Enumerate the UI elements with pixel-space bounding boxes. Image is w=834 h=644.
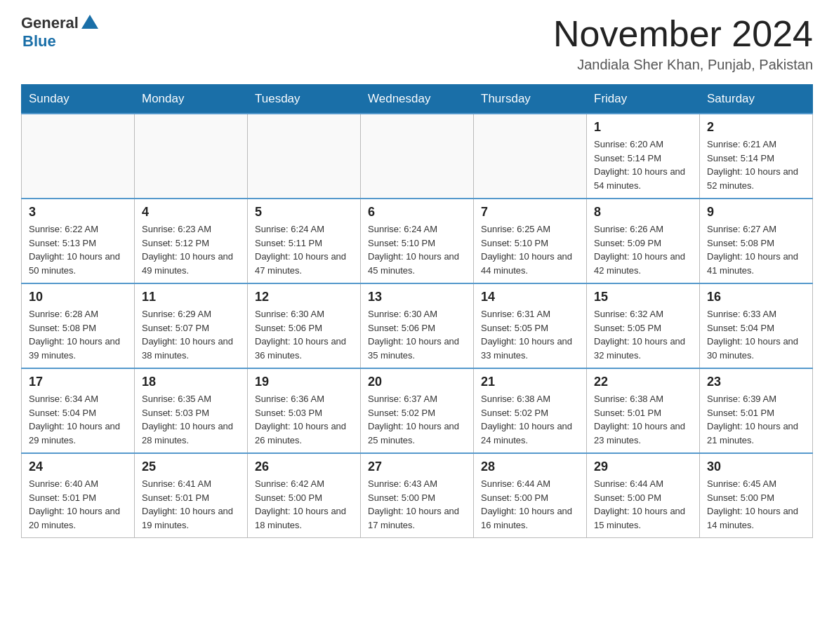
calendar-cell: 10Sunrise: 6:28 AMSunset: 5:08 PMDayligh… [22, 283, 135, 368]
calendar-cell: 7Sunrise: 6:25 AMSunset: 5:10 PMDaylight… [474, 199, 587, 283]
day-number: 25 [142, 459, 240, 474]
page-header: General Blue November 2024 Jandiala Sher… [21, 14, 813, 73]
day-number: 1 [594, 120, 692, 135]
day-info: Sunrise: 6:38 AMSunset: 5:02 PMDaylight:… [481, 392, 579, 447]
day-number: 22 [594, 375, 692, 389]
day-info: Sunrise: 6:21 AMSunset: 5:14 PMDaylight:… [707, 137, 805, 192]
col-header-sunday: Sunday [22, 85, 135, 114]
day-info: Sunrise: 6:40 AMSunset: 5:01 PMDaylight:… [29, 477, 127, 532]
logo-general-text: General [21, 14, 79, 32]
day-info: Sunrise: 6:32 AMSunset: 5:05 PMDaylight:… [594, 307, 692, 362]
day-info: Sunrise: 6:44 AMSunset: 5:00 PMDaylight:… [481, 477, 579, 532]
col-header-wednesday: Wednesday [361, 85, 474, 114]
day-number: 4 [142, 205, 240, 220]
month-title: November 2024 [553, 14, 813, 54]
day-info: Sunrise: 6:34 AMSunset: 5:04 PMDaylight:… [29, 392, 127, 447]
calendar-cell: 25Sunrise: 6:41 AMSunset: 5:01 PMDayligh… [135, 453, 248, 538]
day-number: 27 [368, 459, 466, 474]
calendar-cell [474, 114, 587, 199]
calendar-cell: 24Sunrise: 6:40 AMSunset: 5:01 PMDayligh… [22, 453, 135, 538]
day-info: Sunrise: 6:22 AMSunset: 5:13 PMDaylight:… [29, 222, 127, 277]
day-info: Sunrise: 6:30 AMSunset: 5:06 PMDaylight:… [368, 307, 466, 362]
col-header-friday: Friday [587, 85, 700, 114]
day-number: 17 [29, 375, 127, 389]
calendar-cell: 13Sunrise: 6:30 AMSunset: 5:06 PMDayligh… [361, 283, 474, 368]
day-number: 9 [707, 205, 805, 220]
day-number: 29 [594, 459, 692, 474]
calendar-cell: 28Sunrise: 6:44 AMSunset: 5:00 PMDayligh… [474, 453, 587, 538]
day-number: 6 [368, 205, 466, 220]
calendar-cell: 21Sunrise: 6:38 AMSunset: 5:02 PMDayligh… [474, 368, 587, 453]
calendar-cell: 4Sunrise: 6:23 AMSunset: 5:12 PMDaylight… [135, 199, 248, 283]
day-info: Sunrise: 6:25 AMSunset: 5:10 PMDaylight:… [481, 222, 579, 277]
calendar-table: SundayMondayTuesdayWednesdayThursdayFrid… [21, 84, 813, 538]
day-info: Sunrise: 6:43 AMSunset: 5:00 PMDaylight:… [368, 477, 466, 532]
calendar-cell: 5Sunrise: 6:24 AMSunset: 5:11 PMDaylight… [248, 199, 361, 283]
day-number: 28 [481, 459, 579, 474]
day-number: 14 [481, 290, 579, 304]
week-row-3: 17Sunrise: 6:34 AMSunset: 5:04 PMDayligh… [22, 368, 813, 453]
header-right: November 2024 Jandiala Sher Khan, Punjab… [553, 14, 813, 73]
logo: General Blue [21, 14, 98, 51]
day-info: Sunrise: 6:29 AMSunset: 5:07 PMDaylight:… [142, 307, 240, 362]
day-info: Sunrise: 6:35 AMSunset: 5:03 PMDaylight:… [142, 392, 240, 447]
calendar-cell [22, 114, 135, 199]
calendar-cell [135, 114, 248, 199]
day-number: 8 [594, 205, 692, 220]
calendar-cell: 16Sunrise: 6:33 AMSunset: 5:04 PMDayligh… [700, 283, 813, 368]
col-header-tuesday: Tuesday [248, 85, 361, 114]
day-info: Sunrise: 6:27 AMSunset: 5:08 PMDaylight:… [707, 222, 805, 277]
day-number: 5 [255, 205, 353, 220]
day-number: 10 [29, 290, 127, 304]
day-info: Sunrise: 6:36 AMSunset: 5:03 PMDaylight:… [255, 392, 353, 447]
week-row-4: 24Sunrise: 6:40 AMSunset: 5:01 PMDayligh… [22, 453, 813, 538]
calendar-cell: 14Sunrise: 6:31 AMSunset: 5:05 PMDayligh… [474, 283, 587, 368]
logo-blue-text: Blue [22, 32, 56, 51]
day-info: Sunrise: 6:28 AMSunset: 5:08 PMDaylight:… [29, 307, 127, 362]
calendar-cell: 9Sunrise: 6:27 AMSunset: 5:08 PMDaylight… [700, 199, 813, 283]
day-number: 13 [368, 290, 466, 304]
logo-triangle-icon [81, 15, 98, 29]
calendar-cell: 11Sunrise: 6:29 AMSunset: 5:07 PMDayligh… [135, 283, 248, 368]
day-number: 21 [481, 375, 579, 389]
col-header-thursday: Thursday [474, 85, 587, 114]
day-number: 18 [142, 375, 240, 389]
day-info: Sunrise: 6:24 AMSunset: 5:10 PMDaylight:… [368, 222, 466, 277]
day-number: 26 [255, 459, 353, 474]
calendar-cell: 22Sunrise: 6:38 AMSunset: 5:01 PMDayligh… [587, 368, 700, 453]
calendar-cell: 20Sunrise: 6:37 AMSunset: 5:02 PMDayligh… [361, 368, 474, 453]
day-info: Sunrise: 6:45 AMSunset: 5:00 PMDaylight:… [707, 477, 805, 532]
calendar-cell: 6Sunrise: 6:24 AMSunset: 5:10 PMDaylight… [361, 199, 474, 283]
day-number: 23 [707, 375, 805, 389]
calendar-cell: 2Sunrise: 6:21 AMSunset: 5:14 PMDaylight… [700, 114, 813, 199]
day-number: 24 [29, 459, 127, 474]
calendar-cell: 19Sunrise: 6:36 AMSunset: 5:03 PMDayligh… [248, 368, 361, 453]
day-number: 20 [368, 375, 466, 389]
day-info: Sunrise: 6:26 AMSunset: 5:09 PMDaylight:… [594, 222, 692, 277]
day-info: Sunrise: 6:38 AMSunset: 5:01 PMDaylight:… [594, 392, 692, 447]
calendar-cell: 8Sunrise: 6:26 AMSunset: 5:09 PMDaylight… [587, 199, 700, 283]
day-info: Sunrise: 6:30 AMSunset: 5:06 PMDaylight:… [255, 307, 353, 362]
day-number: 7 [481, 205, 579, 220]
calendar-cell: 17Sunrise: 6:34 AMSunset: 5:04 PMDayligh… [22, 368, 135, 453]
calendar-cell: 30Sunrise: 6:45 AMSunset: 5:00 PMDayligh… [700, 453, 813, 538]
day-info: Sunrise: 6:33 AMSunset: 5:04 PMDaylight:… [707, 307, 805, 362]
calendar-cell: 29Sunrise: 6:44 AMSunset: 5:00 PMDayligh… [587, 453, 700, 538]
calendar-cell: 1Sunrise: 6:20 AMSunset: 5:14 PMDaylight… [587, 114, 700, 199]
day-number: 15 [594, 290, 692, 304]
day-number: 12 [255, 290, 353, 304]
day-number: 2 [707, 120, 805, 135]
day-number: 19 [255, 375, 353, 389]
day-number: 3 [29, 205, 127, 220]
col-header-monday: Monday [135, 85, 248, 114]
calendar-cell: 12Sunrise: 6:30 AMSunset: 5:06 PMDayligh… [248, 283, 361, 368]
week-row-0: 1Sunrise: 6:20 AMSunset: 5:14 PMDaylight… [22, 114, 813, 199]
calendar-cell: 18Sunrise: 6:35 AMSunset: 5:03 PMDayligh… [135, 368, 248, 453]
day-info: Sunrise: 6:37 AMSunset: 5:02 PMDaylight:… [368, 392, 466, 447]
day-info: Sunrise: 6:41 AMSunset: 5:01 PMDaylight:… [142, 477, 240, 532]
calendar-header-row: SundayMondayTuesdayWednesdayThursdayFrid… [22, 85, 813, 114]
day-info: Sunrise: 6:42 AMSunset: 5:00 PMDaylight:… [255, 477, 353, 532]
week-row-2: 10Sunrise: 6:28 AMSunset: 5:08 PMDayligh… [22, 283, 813, 368]
day-number: 11 [142, 290, 240, 304]
day-info: Sunrise: 6:20 AMSunset: 5:14 PMDaylight:… [594, 137, 692, 192]
